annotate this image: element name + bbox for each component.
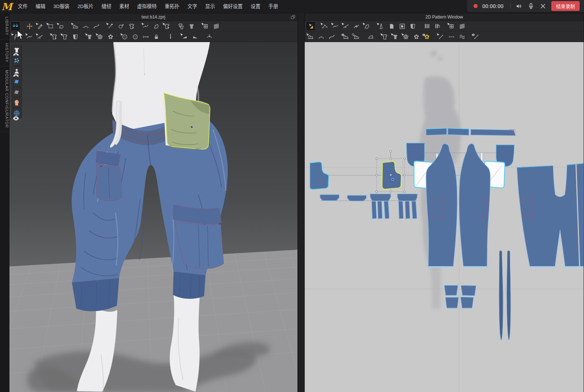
tool-trace-icon[interactable]: [408, 21, 418, 31]
tool-pattern-clone-icon[interactable]: [397, 21, 407, 31]
sidebar-tab-modular-configurator[interactable]: MODULAR CONFIGURATOR: [0, 66, 9, 132]
tool-quad-mesh-edit-icon[interactable]: [211, 21, 221, 31]
tool-select-box-icon[interactable]: [46, 21, 56, 31]
2d-pattern-canvas[interactable]: [305, 42, 584, 392]
tool-baseline-icon[interactable]: [447, 32, 457, 41]
sidebar-tab-library[interactable]: LIBRARY: [0, 13, 9, 40]
tool-add-point-icon[interactable]: [352, 21, 361, 31]
tool-pinch-icon[interactable]: [49, 32, 59, 41]
tool-button-icon[interactable]: [120, 32, 130, 41]
tool-pleats-fold-icon[interactable]: [433, 21, 442, 31]
close-recording-icon[interactable]: [539, 3, 547, 10]
tool-elastic-icon[interactable]: [457, 32, 467, 41]
tool-sewing-2d-icon[interactable]: [306, 32, 316, 41]
tool-zipper-icon[interactable]: [166, 32, 175, 41]
tool-free-sewing-icon[interactable]: [92, 21, 101, 31]
tool-blower-icon[interactable]: [116, 21, 126, 31]
piece-strip-a[interactable]: [320, 195, 339, 201]
piece-beltloop-cluster-b[interactable]: [397, 194, 417, 219]
tool-solidify-garment-icon[interactable]: [187, 21, 196, 31]
menu-item-4[interactable]: 缝纫: [98, 0, 115, 13]
sidebar-tab-history[interactable]: HISTORY: [0, 40, 9, 66]
tool-edit-curve-point-icon[interactable]: [341, 21, 351, 31]
menu-item-6[interactable]: 虚拟模特: [133, 0, 161, 13]
toggle-show-avatar-icon[interactable]: [12, 66, 22, 76]
menu-item-5[interactable]: 素材: [115, 0, 133, 13]
menu-item-11[interactable]: 设置: [247, 0, 264, 13]
menu-item-1[interactable]: 编辑: [32, 0, 49, 13]
tool-buttonhole-icon[interactable]: [130, 32, 140, 41]
tool-flatten-surface-icon[interactable]: [151, 21, 161, 31]
tool-reset-2d-arrangement-icon[interactable]: [11, 21, 20, 31]
tool-arrange-garments-icon[interactable]: [176, 21, 186, 31]
tool-attach-button-icon[interactable]: [141, 32, 151, 41]
window-splitter[interactable]: [298, 13, 304, 392]
toggle-show-wind-icon[interactable]: [12, 108, 22, 118]
menu-item-3[interactable]: 2D板片: [73, 0, 97, 13]
tool-pleats-icon[interactable]: [422, 21, 432, 31]
menu-item-7[interactable]: 重拓扑: [161, 0, 184, 13]
tool-fold-garment-icon[interactable]: [70, 32, 80, 41]
piece-beltloop-cluster-a[interactable]: [370, 194, 391, 219]
tool-scrub-icon[interactable]: [85, 32, 94, 41]
tool-edit-pattern-icon[interactable]: [320, 21, 330, 31]
tool-rotate-pattern-icon[interactable]: [56, 21, 66, 31]
piece-waistband-c[interactable]: [471, 129, 516, 136]
tool-pattern-copy-icon[interactable]: [387, 21, 397, 31]
piece-back-legs[interactable]: [517, 163, 584, 267]
tool-pattern-print-icon[interactable]: [401, 32, 411, 41]
menu-item-2[interactable]: 3D服装: [49, 0, 73, 13]
toggle-show-garment-icon[interactable]: [12, 45, 22, 55]
microphone-icon[interactable]: [527, 3, 535, 10]
tool-show-texture-icon[interactable]: [422, 32, 432, 41]
tool-drawstring-icon[interactable]: [204, 32, 214, 41]
menu-item-8[interactable]: 文字: [183, 0, 201, 13]
tool-edit-curvature-icon[interactable]: [330, 21, 340, 31]
tool-pattern-print-3d-icon[interactable]: [95, 32, 105, 41]
piece-waistband-a[interactable]: [426, 128, 447, 135]
maximize-3d-window-icon[interactable]: [291, 15, 296, 20]
toggle-show-fabric-alt-icon[interactable]: [12, 87, 22, 97]
tool-seam-taping-icon[interactable]: [366, 32, 376, 41]
menu-item-12[interactable]: 手册: [264, 0, 282, 13]
tool-sculpt-icon[interactable]: [60, 32, 70, 41]
tool-show-sewing-icon[interactable]: [341, 32, 351, 41]
tool-quad-mesh-icon[interactable]: [201, 21, 211, 31]
tool-tack-garment-icon[interactable]: [162, 21, 172, 31]
tool-select-brush-icon[interactable]: [35, 21, 45, 31]
toggle-show-particles-icon[interactable]: [12, 56, 22, 66]
tool-lock-button-icon[interactable]: [151, 32, 161, 41]
tool-pattern-print-solid-3d-icon[interactable]: [106, 32, 115, 41]
toggle-show-head-icon[interactable]: [12, 98, 22, 108]
tool-edit-sewing-3d-icon[interactable]: [25, 32, 35, 41]
tool-flatten-curve-icon[interactable]: [141, 21, 151, 31]
tool-free-sewing-2d-icon[interactable]: [327, 32, 337, 41]
tool-garment-fit-icon[interactable]: [380, 32, 390, 41]
tool-quad-mesh-2d-icon[interactable]: [447, 21, 457, 31]
tool-select-move-icon[interactable]: [25, 21, 35, 31]
toggle-show-fabric-icon[interactable]: [12, 77, 22, 87]
tool-transform-pattern-icon[interactable]: [306, 21, 316, 31]
tool-internal-line-icon[interactable]: [436, 32, 446, 41]
tool-fold-right-icon[interactable]: [190, 32, 200, 41]
tool-pin-icon[interactable]: [106, 21, 115, 31]
tool-attach-pin-icon[interactable]: [127, 21, 137, 31]
piece-strip-b[interactable]: [347, 195, 366, 201]
stop-recording-button[interactable]: 结束录制: [551, 1, 580, 11]
menu-item-10[interactable]: 偏好设置: [219, 0, 247, 13]
2d-window-titlebar[interactable]: 2D Pattern Window: [305, 13, 584, 21]
tool-scrub-2d-icon[interactable]: [390, 32, 400, 41]
tool-create-dart-icon[interactable]: [376, 21, 386, 31]
menu-item-9[interactable]: 显示: [201, 0, 219, 13]
tool-segment-sewing-icon[interactable]: [81, 21, 91, 31]
tool-pattern-print-solid-icon[interactable]: [411, 32, 421, 41]
tool-create-polygon-icon[interactable]: [362, 21, 372, 31]
tool-fold-left-icon[interactable]: [180, 32, 190, 41]
piece-waistband-b[interactable]: [448, 128, 469, 135]
tool-quad-mesh-edit-2d-icon[interactable]: [457, 21, 467, 31]
menu-item-0[interactable]: 文件: [14, 0, 32, 13]
3d-viewport[interactable]: [9, 42, 297, 392]
3d-window-titlebar[interactable]: test b14.zprj: [9, 13, 297, 21]
tool-check-sewing-icon[interactable]: [352, 32, 361, 41]
speaker-icon[interactable]: [515, 3, 523, 10]
